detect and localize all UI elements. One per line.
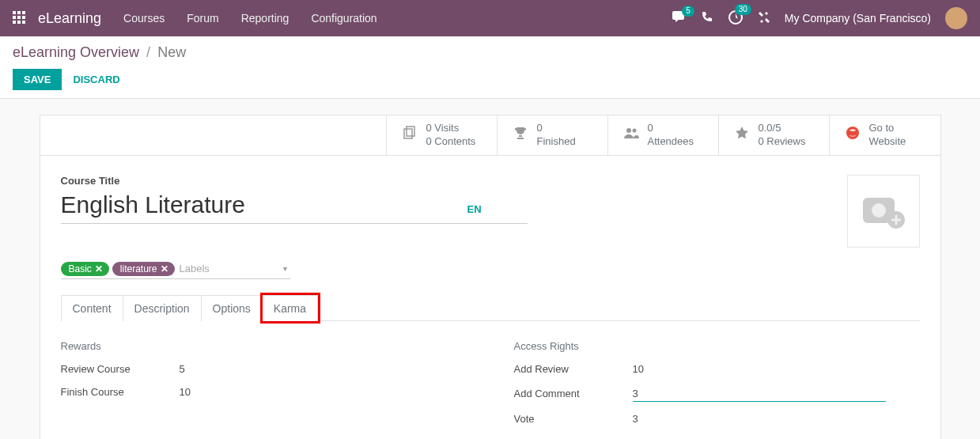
tags-placeholder: Labels	[180, 263, 210, 274]
trophy-icon	[512, 126, 529, 144]
svg-point-5	[846, 127, 859, 139]
stat-visits[interactable]: 0 Visits 0 Contents	[387, 115, 498, 155]
control-panel: eLearning Overview / New SAVE DISCARD	[0, 36, 980, 99]
app-brand[interactable]: eLearning	[38, 10, 101, 27]
vote-value[interactable]: 3	[633, 413, 638, 425]
tags-field[interactable]: Basic ✕ literature ✕ Labels ▾	[61, 262, 290, 279]
review-course-label: Review Course	[61, 363, 180, 375]
stat-attendees[interactable]: 0 Attendees	[608, 115, 719, 155]
menu-reporting[interactable]: Reporting	[241, 12, 289, 25]
tab-karma-content: Rewards Review Course 5 Finish Course 10…	[61, 321, 920, 436]
stat-reviews[interactable]: 0.0/5 0 Reviews	[719, 115, 830, 155]
tab-options[interactable]: Options	[202, 295, 263, 321]
menu-configuration[interactable]: Configuration	[311, 12, 376, 25]
add-comment-label: Add Comment	[514, 388, 633, 399]
stat-buttons: 0 Visits 0 Contents 0 Finished 0 Attende…	[40, 115, 940, 156]
chat-icon[interactable]: 5	[672, 11, 687, 26]
topbar: eLearning Courses Forum Reporting Config…	[0, 0, 980, 36]
access-rights-title: Access Rights	[514, 340, 920, 352]
finish-course-label: Finish Course	[61, 386, 180, 398]
add-comment-input[interactable]	[633, 386, 886, 402]
globe-icon	[844, 126, 861, 144]
tab-description[interactable]: Description	[123, 295, 202, 321]
tag-remove-icon[interactable]: ✕	[161, 263, 168, 274]
tools-icon[interactable]	[758, 11, 770, 26]
stat-goto-website[interactable]: Go to Website	[830, 115, 940, 155]
svg-point-7	[872, 203, 886, 218]
course-title-input[interactable]	[61, 191, 528, 223]
image-upload[interactable]	[847, 175, 920, 248]
svg-point-3	[626, 128, 631, 133]
avatar[interactable]	[945, 7, 967, 29]
chevron-down-icon[interactable]: ▾	[283, 264, 287, 273]
breadcrumb: eLearning Overview / New	[13, 44, 967, 61]
tag-literature: literature ✕	[112, 262, 175, 276]
tab-karma[interactable]: Karma	[263, 295, 318, 321]
svg-rect-2	[407, 127, 414, 136]
finish-course-value[interactable]: 10	[180, 386, 191, 398]
phone-icon[interactable]	[701, 11, 713, 26]
menu-forum[interactable]: Forum	[187, 12, 218, 25]
vote-label: Vote	[514, 413, 633, 425]
save-button[interactable]: SAVE	[13, 69, 62, 90]
tag-basic: Basic ✕	[61, 262, 109, 276]
stat-finished[interactable]: 0 Finished	[498, 115, 608, 155]
star-icon	[733, 126, 751, 144]
rewards-title: Rewards	[61, 340, 467, 352]
course-title-label: Course Title	[61, 175, 831, 187]
top-menu: Courses Forum Reporting Configuration	[123, 12, 377, 25]
breadcrumb-current: New	[157, 44, 186, 60]
add-review-label: Add Review	[514, 363, 633, 375]
activity-icon[interactable]: 30	[728, 9, 744, 28]
lang-button[interactable]: EN	[464, 197, 485, 221]
topbar-right: 5 30 My Company (San Francisco)	[672, 7, 967, 29]
add-review-value[interactable]: 10	[633, 363, 644, 375]
review-course-value[interactable]: 5	[180, 363, 185, 375]
activity-badge: 30	[735, 4, 751, 15]
tag-remove-icon[interactable]: ✕	[95, 263, 103, 274]
discard-button[interactable]: DISCARD	[70, 69, 123, 90]
svg-rect-1	[404, 129, 412, 138]
tabs: Content Description Options Karma	[61, 295, 920, 321]
form-sheet: 0 Visits 0 Contents 0 Finished 0 Attende…	[40, 115, 941, 439]
tab-content[interactable]: Content	[61, 295, 123, 321]
copy-icon	[401, 125, 418, 145]
apps-icon[interactable]	[13, 11, 27, 25]
company-selector[interactable]: My Company (San Francisco)	[785, 12, 931, 25]
svg-point-4	[632, 129, 636, 133]
menu-courses[interactable]: Courses	[123, 12, 165, 25]
breadcrumb-parent[interactable]: eLearning Overview	[13, 44, 139, 60]
users-icon	[622, 127, 640, 143]
chat-badge: 5	[682, 6, 694, 17]
